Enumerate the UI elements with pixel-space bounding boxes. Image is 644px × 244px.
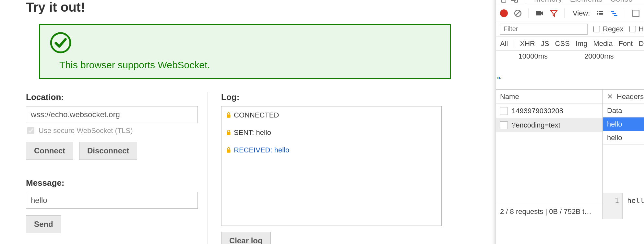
svg-rect-17 [633, 10, 639, 17]
close-icon[interactable]: ✕ [607, 93, 613, 101]
clear-log-button[interactable]: Clear log [221, 232, 271, 244]
devtools-tab-console[interactable]: Conso [610, 0, 633, 4]
camera-icon[interactable] [535, 9, 544, 17]
request-row[interactable]: 1493979030208 [496, 104, 602, 118]
svg-rect-19 [499, 77, 500, 79]
log-text: CONNECTED [234, 111, 279, 119]
support-message: This browser supports WebSocket. [59, 60, 440, 71]
regex-label: Regex [603, 25, 624, 33]
devtools-tab-elements[interactable]: Elements [570, 0, 602, 4]
requests-header: Name [496, 90, 602, 104]
log-entry: RECEIVED: hello [226, 146, 437, 154]
devtools-tab-memory[interactable]: Memory [534, 0, 562, 4]
log-box: CONNECTED SENT: hello RECEIVED: hello [221, 106, 442, 226]
svg-rect-14 [611, 11, 614, 12]
inspect-icon[interactable] [499, 0, 507, 3]
network-filter-input[interactable] [500, 24, 588, 35]
line-number: 1 [603, 193, 623, 219]
waterfall-view-icon[interactable] [610, 9, 618, 17]
frames-data-header: Data [603, 104, 644, 117]
log-entry: SENT: hello [226, 128, 437, 137]
log-entry: CONNECTED [226, 111, 437, 119]
message-label: Message: [26, 178, 195, 188]
request-name: 1493979030208 [512, 107, 563, 115]
svg-rect-10 [597, 11, 598, 12]
device-toggle-icon[interactable] [510, 0, 518, 3]
type-filter-all[interactable]: All [500, 39, 508, 48]
checkmark-icon [50, 32, 72, 54]
location-label: Location: [26, 92, 195, 102]
svg-rect-3 [227, 150, 230, 153]
svg-rect-11 [599, 11, 603, 12]
request-type-icon [500, 121, 508, 129]
regex-checkbox[interactable]: Regex [592, 25, 624, 33]
request-type-icon [500, 107, 508, 115]
lock-icon [226, 129, 231, 136]
frame-content: hello [623, 193, 644, 219]
hide-label: Hid [639, 25, 644, 33]
tls-checkbox[interactable] [27, 127, 34, 134]
type-filter-media[interactable]: Media [593, 39, 613, 48]
filter-icon[interactable] [550, 9, 558, 17]
svg-rect-9 [536, 11, 541, 15]
tls-label: Use secure WebSocket (TLS) [39, 127, 133, 135]
svg-rect-4 [501, 0, 506, 2]
type-filter-font[interactable]: Font [618, 39, 633, 48]
clear-icon[interactable] [514, 9, 522, 17]
svg-rect-16 [614, 15, 617, 16]
svg-rect-13 [599, 13, 603, 15]
log-label: Log: [221, 92, 441, 102]
support-banner: This browser supports WebSocket. [39, 24, 451, 79]
group-frame-icon[interactable] [632, 9, 640, 17]
record-icon[interactable] [500, 9, 508, 17]
location-input[interactable] [26, 106, 198, 123]
svg-rect-12 [597, 13, 598, 15]
svg-rect-21 [502, 77, 502, 79]
disconnect-button[interactable]: Disconnect [79, 142, 137, 160]
view-label: View: [573, 9, 590, 17]
lock-icon [226, 147, 231, 153]
requests-status: 2 / 8 requests | 0B / 752B t… [496, 204, 602, 219]
requests-name-column: Name [500, 93, 519, 101]
timeline-tick: 10000ms [519, 52, 548, 61]
page-title: Try it out! [26, 0, 486, 15]
svg-rect-1 [227, 115, 230, 118]
timeline-activity-icon [497, 77, 507, 79]
log-text: SENT: hello [234, 128, 271, 137]
type-filter-css[interactable]: CSS [555, 39, 570, 48]
type-filter-xhr[interactable]: XHR [520, 39, 535, 48]
svg-rect-18 [497, 77, 498, 79]
send-button[interactable]: Send [26, 215, 61, 233]
type-filters: All XHR JS CSS Img Media Font Do [496, 37, 644, 50]
svg-rect-15 [613, 13, 616, 14]
devtools-panel: Memory Elements Conso View: Regex Hid Al… [496, 0, 644, 244]
svg-line-8 [516, 11, 520, 15]
request-name: ?encoding=text [512, 121, 560, 129]
list-view-icon[interactable] [596, 9, 604, 17]
message-input[interactable] [26, 192, 198, 209]
type-filter-js[interactable]: JS [541, 39, 549, 48]
connect-button[interactable]: Connect [26, 142, 73, 160]
svg-rect-20 [500, 78, 501, 79]
hide-checkbox[interactable]: Hid [628, 25, 644, 33]
frame-row[interactable]: hello [603, 131, 644, 145]
lock-icon [226, 112, 231, 118]
frame-row[interactable]: hello [603, 117, 644, 131]
timeline-tick: 20000ms [584, 52, 614, 61]
network-timeline[interactable]: 10000ms 20000ms 30000ms 4 [496, 50, 644, 89]
svg-point-0 [51, 33, 70, 52]
type-filter-doc[interactable]: Do [638, 39, 644, 48]
frames-tab-headers[interactable]: Headers [617, 93, 644, 101]
frame-detail: 1 hello [603, 193, 644, 219]
log-text: RECEIVED: hello [234, 146, 289, 154]
svg-rect-2 [227, 132, 230, 135]
type-filter-img[interactable]: Img [576, 39, 588, 48]
request-row[interactable]: ?encoding=text [496, 118, 602, 132]
